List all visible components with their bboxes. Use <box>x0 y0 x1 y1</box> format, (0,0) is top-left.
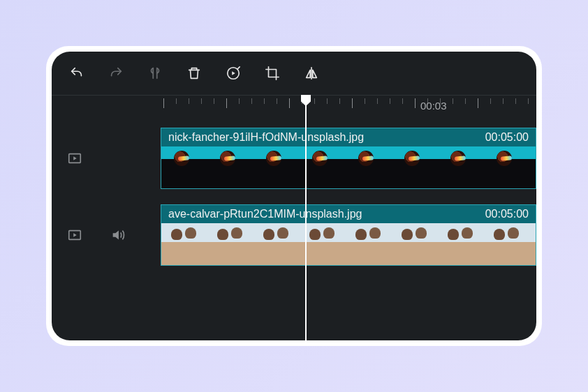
audio-track-icon[interactable] <box>110 227 126 243</box>
ruler-tick <box>201 98 202 104</box>
ruler-tick <box>239 98 240 104</box>
redo-icon <box>108 66 124 81</box>
ruler-tick <box>490 98 491 104</box>
ruler-tick <box>415 98 416 108</box>
clip-thumbnails <box>161 146 536 188</box>
clip-thumbnail <box>392 146 438 188</box>
clip-filename: nick-fancher-91ilH-fOdNM-unsplash.jpg <box>168 131 364 144</box>
ruler-tick <box>339 98 340 104</box>
clip-thumbnail <box>207 223 253 265</box>
tracks-area: nick-fancher-91ilH-fOdNM-unsplash.jpg00:… <box>52 120 536 340</box>
clip-thumbnail <box>530 146 536 188</box>
split-button[interactable] <box>145 63 165 83</box>
clip-thumbnail <box>484 146 530 188</box>
ruler-tick <box>478 98 478 108</box>
ruler-tick <box>352 98 353 108</box>
redo-button[interactable] <box>106 63 126 83</box>
clip-thumbnail <box>207 146 253 188</box>
ruler-tick <box>327 98 328 104</box>
crop-icon <box>265 66 280 81</box>
ruler-tick <box>453 98 453 104</box>
speed-icon <box>226 66 241 81</box>
ruler-tick <box>365 98 365 104</box>
ruler-tick <box>314 98 315 104</box>
clip-thumbnail <box>484 223 530 265</box>
undo-button[interactable] <box>67 63 87 83</box>
clip-thumbnail <box>161 223 207 265</box>
clip-header: nick-fancher-91ilH-fOdNM-unsplash.jpg00:… <box>161 128 536 146</box>
clip-thumbnail <box>346 223 392 265</box>
clip-filename: ave-calvar-pRtun2C1MIM-unsplash.jpg <box>168 208 362 220</box>
ruler-time-label: 00:03 <box>420 100 447 112</box>
clip-duration: 00:05:00 <box>477 131 529 144</box>
clip-thumbnail <box>346 146 392 188</box>
delete-button[interactable] <box>184 63 204 83</box>
ruler-tick <box>515 98 516 104</box>
trash-icon <box>186 66 202 81</box>
clip-thumbnail <box>438 146 484 188</box>
speed-button[interactable] <box>223 63 243 83</box>
clip-thumbnail <box>530 223 536 265</box>
ruler-tick <box>528 98 529 104</box>
ruler-tick <box>277 98 277 104</box>
ruler-tick <box>163 98 164 108</box>
clip-thumbnail <box>438 223 484 265</box>
clip-header: ave-calvar-pRtun2C1MIM-unsplash.jpg00:05… <box>161 205 536 223</box>
ruler-tick <box>390 98 390 104</box>
video-track-icon[interactable] <box>67 151 82 166</box>
timeline-clip[interactable]: ave-calvar-pRtun2C1MIM-unsplash.jpg00:05… <box>161 204 536 266</box>
ruler-tick <box>402 98 403 104</box>
track-gutter <box>52 197 161 273</box>
clip-thumbnail <box>161 146 207 188</box>
timeline-ruler[interactable]: 00:03 <box>52 95 536 120</box>
clip-thumbnail <box>300 223 346 265</box>
ruler-tick <box>226 98 227 108</box>
app-frame: 00:03 nick-fancher-91ilH-fOdNM-unsplash.… <box>46 46 542 346</box>
timeline-clip[interactable]: nick-fancher-91ilH-fOdNM-unsplash.jpg00:… <box>161 128 536 189</box>
timeline-editor: 00:03 nick-fancher-91ilH-fOdNM-unsplash.… <box>52 52 536 340</box>
clip-thumbnail <box>253 223 300 265</box>
ruler-tick <box>465 98 466 104</box>
mirror-icon <box>304 66 319 81</box>
ruler-tick <box>503 98 504 104</box>
split-icon <box>147 66 163 81</box>
clip-thumbnail <box>300 146 346 188</box>
clip-thumbnail <box>253 146 300 188</box>
clip-duration: 00:05:00 <box>477 208 529 220</box>
ruler-tick <box>302 98 302 104</box>
mirror-button[interactable] <box>302 63 321 83</box>
track-row: nick-fancher-91ilH-fOdNM-unsplash.jpg00:… <box>52 120 536 197</box>
clip-thumbnail <box>392 223 438 265</box>
undo-icon <box>69 66 84 81</box>
ruler-tick <box>176 98 177 104</box>
track-gutter <box>52 120 161 197</box>
ruler-tick <box>289 98 290 108</box>
toolbar <box>52 52 536 95</box>
ruler-tick <box>264 98 265 104</box>
ruler-tick <box>377 98 378 104</box>
ruler-tick <box>251 98 252 104</box>
ruler-tick <box>214 98 214 104</box>
crop-button[interactable] <box>263 63 282 83</box>
ruler-tick <box>189 98 189 104</box>
clip-thumbnails <box>161 223 536 265</box>
video-track-icon[interactable] <box>67 227 82 243</box>
track-row: ave-calvar-pRtun2C1MIM-unsplash.jpg00:05… <box>52 197 536 273</box>
